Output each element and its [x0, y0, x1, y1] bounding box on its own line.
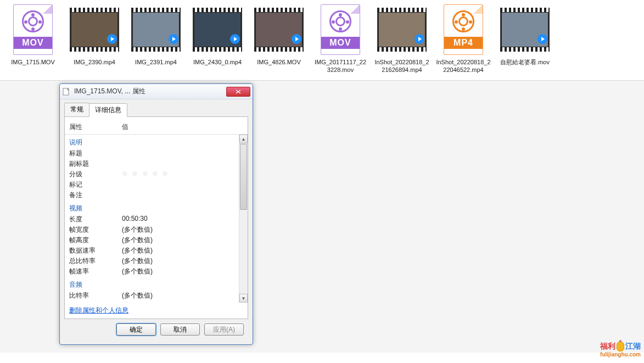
- tab-general[interactable]: 常规: [64, 103, 89, 116]
- video-thumbnail: [131, 11, 181, 48]
- file-thumbnail: [253, 3, 305, 56]
- property-name: 标记: [69, 180, 122, 189]
- play-badge-icon: [537, 34, 547, 44]
- property-row[interactable]: 标记: [69, 180, 239, 190]
- property-row[interactable]: 数据速率(多个数值): [69, 245, 239, 256]
- property-row[interactable]: 帧高度(多个数值): [69, 235, 239, 245]
- file-item[interactable]: IMG_2430_0.mp4: [187, 2, 248, 75]
- property-row[interactable]: 总比特率(多个数值): [69, 256, 239, 266]
- video-thumbnail: [377, 11, 427, 48]
- file-thumbnail: MOV: [7, 3, 59, 56]
- property-row[interactable]: 备注: [69, 190, 239, 200]
- property-row[interactable]: 标题: [69, 148, 239, 159]
- property-value: (多个数值): [122, 236, 239, 245]
- file-thumbnail: [68, 3, 121, 56]
- file-item[interactable]: InShot_20220818_221626894.mp4: [371, 2, 433, 75]
- video-thumbnail: [70, 11, 119, 48]
- file-thumbnail: [191, 3, 244, 56]
- file-item[interactable]: IMG_4826.MOV: [248, 2, 310, 75]
- col-property[interactable]: 属性: [69, 122, 122, 132]
- vertical-scrollbar[interactable]: ▲ ▼: [239, 135, 248, 303]
- property-value: [122, 149, 239, 158]
- property-value: (多个数值): [122, 301, 239, 303]
- property-row[interactable]: 频道(多个数值): [69, 301, 239, 303]
- property-row[interactable]: 比特率(多个数值): [69, 291, 239, 301]
- property-value: [122, 159, 239, 169]
- property-value: [122, 191, 239, 200]
- mov-doc-icon: MOV: [321, 4, 360, 55]
- property-name: 副标题: [69, 159, 122, 169]
- property-row[interactable]: 分级☆ ☆ ☆ ☆ ☆: [69, 169, 239, 180]
- property-row[interactable]: 长度00:50:30: [69, 214, 239, 225]
- property-name: 总比特率: [69, 256, 122, 266]
- file-label: IMG_20171117_223228.mov: [313, 58, 368, 74]
- watermark: 福利江湖 fulijianghu.com: [600, 342, 641, 358]
- file-icon: [62, 87, 71, 96]
- file-item[interactable]: MOVIMG_20171117_223228.mov: [310, 2, 371, 75]
- property-group-head: 音频: [69, 277, 239, 291]
- columns-header: 属性 值: [65, 120, 248, 135]
- tab-details[interactable]: 详细信息: [89, 103, 127, 117]
- property-name: 比特率: [69, 291, 122, 300]
- property-group-head: 说明: [69, 135, 239, 148]
- video-thumbnail: [500, 11, 550, 48]
- file-label: IMG_2390.mp4: [74, 58, 115, 66]
- dialog-titlebar[interactable]: IMG_1715.MOV, ... 属性: [60, 84, 253, 99]
- property-name: 分级: [69, 170, 122, 179]
- property-row[interactable]: 帧速率(多个数值): [69, 266, 239, 277]
- file-thumbnail: MOV: [314, 3, 367, 56]
- watermark-url: fulijianghu.com: [600, 351, 641, 358]
- property-name: 帧高度: [69, 236, 122, 245]
- dialog-title: IMG_1715.MOV, ... 属性: [74, 87, 226, 96]
- dialog-buttons: 确定 取消 应用(A): [64, 319, 248, 340]
- property-name: 频道: [69, 301, 122, 303]
- rating-stars-icon[interactable]: ☆ ☆ ☆ ☆ ☆: [122, 170, 169, 177]
- scroll-down-button[interactable]: ▼: [239, 294, 248, 303]
- cancel-button[interactable]: 取消: [160, 323, 200, 336]
- property-value: (多个数值): [122, 256, 239, 266]
- property-row[interactable]: 副标题: [69, 159, 239, 169]
- video-thumbnail: [254, 11, 304, 48]
- apply-button[interactable]: 应用(A): [204, 323, 244, 336]
- play-badge-icon: [107, 34, 117, 44]
- ok-button[interactable]: 确定: [116, 323, 156, 336]
- property-value: (多个数值): [122, 246, 239, 255]
- property-value: (多个数值): [122, 225, 239, 234]
- file-item[interactable]: MOVIMG_1715.MOV: [2, 2, 64, 75]
- properties-dialog: IMG_1715.MOV, ... 属性 常规 详细信息 属性 值 说明标题副标…: [59, 83, 253, 345]
- property-value: (多个数值): [122, 267, 239, 276]
- file-thumbnail: [499, 3, 551, 56]
- file-label: InShot_20220818_221626894.mp4: [374, 58, 429, 74]
- property-row[interactable]: 帧宽度(多个数值): [69, 225, 239, 235]
- play-badge-icon: [230, 34, 240, 44]
- play-badge-icon: [292, 34, 301, 44]
- property-scroll-area: 说明标题副标题分级☆ ☆ ☆ ☆ ☆标记备注视频长度00:50:30帧宽度(多个…: [65, 135, 248, 303]
- scroll-thumb[interactable]: [240, 144, 247, 210]
- col-value[interactable]: 值: [122, 122, 243, 132]
- play-badge-icon: [169, 34, 178, 44]
- file-label: IMG_2391.mp4: [135, 58, 177, 66]
- file-item[interactable]: IMG_2390.mp4: [64, 2, 125, 75]
- property-value: [122, 180, 239, 189]
- file-label: IMG_1715.MOV: [11, 58, 54, 66]
- file-label: IMG_2430_0.mp4: [193, 58, 242, 66]
- property-name: 标题: [69, 149, 122, 158]
- property-name: 数据速率: [69, 246, 122, 255]
- property-value: 00:50:30: [122, 215, 239, 224]
- remove-properties-link[interactable]: 删除属性和个人信息: [69, 306, 128, 314]
- file-label: InShot_20220818_222046522.mp4: [436, 58, 491, 74]
- close-button[interactable]: [226, 87, 250, 97]
- play-badge-icon: [415, 34, 424, 44]
- tab-strip: 常规 详细信息: [64, 103, 248, 117]
- property-name: 帧速率: [69, 267, 122, 276]
- details-panel: 属性 值 说明标题副标题分级☆ ☆ ☆ ☆ ☆标记备注视频长度00:50:30帧…: [64, 117, 248, 319]
- scroll-up-button[interactable]: ▲: [239, 135, 248, 143]
- property-name: 长度: [69, 215, 122, 224]
- file-item[interactable]: MP4InShot_20220818_222046522.mp4: [433, 2, 494, 75]
- dialog-body: 常规 详细信息 属性 值 说明标题副标题分级☆ ☆ ☆ ☆ ☆标记备注视频长度0…: [60, 99, 253, 344]
- file-item[interactable]: 自慰給老婆看.mov: [494, 2, 556, 75]
- property-name: 备注: [69, 191, 122, 200]
- file-thumbnail: MP4: [437, 3, 490, 56]
- property-name: 帧宽度: [69, 225, 122, 234]
- file-item[interactable]: IMG_2391.mp4: [125, 2, 187, 75]
